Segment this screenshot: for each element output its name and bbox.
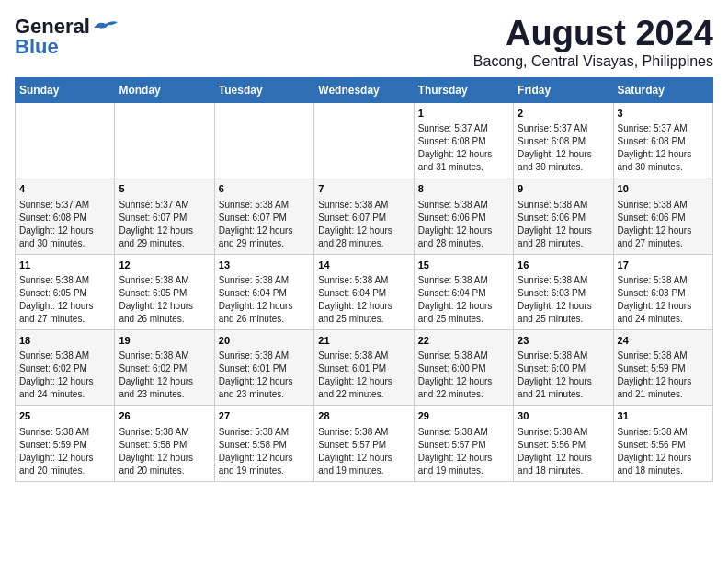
calendar-table: SundayMondayTuesdayWednesdayThursdayFrid… <box>15 77 713 482</box>
calendar-cell: 8Sunrise: 5:38 AM Sunset: 6:06 PM Daylig… <box>414 178 513 254</box>
calendar-cell <box>214 102 313 178</box>
day-number: 20 <box>219 334 310 348</box>
calendar-week-2: 4Sunrise: 5:37 AM Sunset: 6:08 PM Daylig… <box>16 178 713 254</box>
day-content: Sunrise: 5:38 AM Sunset: 6:01 PM Dayligh… <box>318 350 409 401</box>
calendar-cell: 4Sunrise: 5:37 AM Sunset: 6:08 PM Daylig… <box>16 178 115 254</box>
header-day-saturday: Saturday <box>613 77 712 102</box>
header-day-sunday: Sunday <box>16 77 115 102</box>
calendar-week-3: 11Sunrise: 5:38 AM Sunset: 6:05 PM Dayli… <box>16 254 713 329</box>
day-number: 30 <box>518 409 609 423</box>
day-content: Sunrise: 5:38 AM Sunset: 6:04 PM Dayligh… <box>418 274 509 326</box>
calendar-cell: 29Sunrise: 5:38 AM Sunset: 5:57 PM Dayli… <box>414 406 513 481</box>
header-day-wednesday: Wednesday <box>314 77 414 102</box>
day-content: Sunrise: 5:38 AM Sunset: 5:56 PM Dayligh… <box>518 426 609 477</box>
day-number: 8 <box>418 182 509 196</box>
logo-bird-icon <box>92 18 119 37</box>
calendar-cell: 23Sunrise: 5:38 AM Sunset: 6:00 PM Dayli… <box>514 329 613 405</box>
day-content: Sunrise: 5:38 AM Sunset: 6:07 PM Dayligh… <box>318 199 409 250</box>
calendar-cell <box>314 102 414 178</box>
day-content: Sunrise: 5:38 AM Sunset: 6:04 PM Dayligh… <box>318 274 409 326</box>
calendar-cell <box>16 102 115 178</box>
day-content: Sunrise: 5:38 AM Sunset: 6:03 PM Dayligh… <box>618 274 709 326</box>
calendar-cell: 11Sunrise: 5:38 AM Sunset: 6:05 PM Dayli… <box>16 254 115 329</box>
day-content: Sunrise: 5:38 AM Sunset: 6:06 PM Dayligh… <box>618 199 709 250</box>
day-number: 28 <box>318 409 409 423</box>
day-content: Sunrise: 5:37 AM Sunset: 6:08 PM Dayligh… <box>518 122 609 174</box>
calendar-cell: 3Sunrise: 5:37 AM Sunset: 6:08 PM Daylig… <box>613 102 712 178</box>
calendar-cell: 30Sunrise: 5:38 AM Sunset: 5:56 PM Dayli… <box>514 406 613 481</box>
day-content: Sunrise: 5:38 AM Sunset: 5:57 PM Dayligh… <box>418 426 509 477</box>
calendar-cell: 13Sunrise: 5:38 AM Sunset: 6:04 PM Dayli… <box>214 254 313 329</box>
day-content: Sunrise: 5:38 AM Sunset: 5:56 PM Dayligh… <box>618 426 709 477</box>
day-number: 13 <box>219 259 310 272</box>
calendar-cell: 27Sunrise: 5:38 AM Sunset: 5:58 PM Dayli… <box>214 406 313 481</box>
calendar-cell: 1Sunrise: 5:37 AM Sunset: 6:08 PM Daylig… <box>414 102 513 178</box>
calendar-cell: 28Sunrise: 5:38 AM Sunset: 5:57 PM Dayli… <box>314 406 414 481</box>
logo: General Blue <box>15 15 119 59</box>
day-content: Sunrise: 5:38 AM Sunset: 6:00 PM Dayligh… <box>518 350 609 401</box>
calendar-cell: 14Sunrise: 5:38 AM Sunset: 6:04 PM Dayli… <box>314 254 414 329</box>
day-content: Sunrise: 5:38 AM Sunset: 6:04 PM Dayligh… <box>219 274 310 326</box>
day-content: Sunrise: 5:38 AM Sunset: 6:02 PM Dayligh… <box>19 350 110 401</box>
calendar-cell <box>115 102 214 178</box>
calendar-cell: 6Sunrise: 5:38 AM Sunset: 6:07 PM Daylig… <box>214 178 313 254</box>
day-number: 22 <box>418 334 509 348</box>
day-number: 6 <box>219 182 310 196</box>
day-content: Sunrise: 5:38 AM Sunset: 5:58 PM Dayligh… <box>219 426 310 477</box>
header-row: SundayMondayTuesdayWednesdayThursdayFrid… <box>16 77 713 102</box>
day-content: Sunrise: 5:38 AM Sunset: 6:06 PM Dayligh… <box>418 199 509 250</box>
day-number: 9 <box>518 182 609 196</box>
calendar-body: 1Sunrise: 5:37 AM Sunset: 6:08 PM Daylig… <box>16 102 713 481</box>
day-number: 23 <box>518 334 609 348</box>
calendar-cell: 5Sunrise: 5:37 AM Sunset: 6:07 PM Daylig… <box>115 178 214 254</box>
calendar-cell: 17Sunrise: 5:38 AM Sunset: 6:03 PM Dayli… <box>613 254 712 329</box>
day-content: Sunrise: 5:38 AM Sunset: 5:57 PM Dayligh… <box>318 426 409 477</box>
calendar-cell: 12Sunrise: 5:38 AM Sunset: 6:05 PM Dayli… <box>115 254 214 329</box>
day-number: 24 <box>618 334 709 348</box>
day-number: 17 <box>618 259 709 272</box>
day-content: Sunrise: 5:37 AM Sunset: 6:08 PM Dayligh… <box>418 122 509 174</box>
day-number: 5 <box>119 182 210 196</box>
day-content: Sunrise: 5:38 AM Sunset: 6:01 PM Dayligh… <box>219 350 310 401</box>
page-title: August 2024 <box>473 15 713 53</box>
calendar-week-5: 25Sunrise: 5:38 AM Sunset: 5:59 PM Dayli… <box>16 406 713 481</box>
day-content: Sunrise: 5:38 AM Sunset: 6:02 PM Dayligh… <box>119 350 210 401</box>
day-content: Sunrise: 5:38 AM Sunset: 6:03 PM Dayligh… <box>518 274 609 326</box>
day-number: 29 <box>418 409 509 423</box>
calendar-cell: 18Sunrise: 5:38 AM Sunset: 6:02 PM Dayli… <box>16 329 115 405</box>
day-number: 21 <box>318 334 409 348</box>
day-number: 14 <box>318 259 409 272</box>
day-number: 7 <box>318 182 409 196</box>
calendar-cell: 7Sunrise: 5:38 AM Sunset: 6:07 PM Daylig… <box>314 178 414 254</box>
calendar-cell: 24Sunrise: 5:38 AM Sunset: 5:59 PM Dayli… <box>613 329 712 405</box>
day-number: 11 <box>19 259 110 272</box>
calendar-cell: 19Sunrise: 5:38 AM Sunset: 6:02 PM Dayli… <box>115 329 214 405</box>
day-number: 10 <box>618 182 709 196</box>
day-content: Sunrise: 5:37 AM Sunset: 6:08 PM Dayligh… <box>618 122 709 174</box>
calendar-week-1: 1Sunrise: 5:37 AM Sunset: 6:08 PM Daylig… <box>16 102 713 178</box>
day-number: 26 <box>119 409 210 423</box>
calendar-week-4: 18Sunrise: 5:38 AM Sunset: 6:02 PM Dayli… <box>16 329 713 405</box>
day-number: 12 <box>119 259 210 272</box>
page-header: General Blue August 2024 Bacong, Central… <box>15 15 713 70</box>
day-number: 27 <box>219 409 310 423</box>
calendar-cell: 2Sunrise: 5:37 AM Sunset: 6:08 PM Daylig… <box>514 102 613 178</box>
header-day-tuesday: Tuesday <box>214 77 313 102</box>
day-number: 1 <box>418 107 509 121</box>
day-content: Sunrise: 5:38 AM Sunset: 5:59 PM Dayligh… <box>19 426 110 477</box>
day-content: Sunrise: 5:37 AM Sunset: 6:08 PM Dayligh… <box>19 199 110 250</box>
calendar-cell: 25Sunrise: 5:38 AM Sunset: 5:59 PM Dayli… <box>16 406 115 481</box>
calendar-cell: 9Sunrise: 5:38 AM Sunset: 6:06 PM Daylig… <box>514 178 613 254</box>
day-content: Sunrise: 5:38 AM Sunset: 6:00 PM Dayligh… <box>418 350 509 401</box>
header-day-thursday: Thursday <box>414 77 513 102</box>
calendar-cell: 20Sunrise: 5:38 AM Sunset: 6:01 PM Dayli… <box>214 329 313 405</box>
calendar-cell: 22Sunrise: 5:38 AM Sunset: 6:00 PM Dayli… <box>414 329 513 405</box>
day-number: 19 <box>119 334 210 348</box>
calendar-cell: 10Sunrise: 5:38 AM Sunset: 6:06 PM Dayli… <box>613 178 712 254</box>
day-content: Sunrise: 5:38 AM Sunset: 6:05 PM Dayligh… <box>119 274 210 326</box>
day-number: 3 <box>618 107 709 121</box>
calendar-cell: 26Sunrise: 5:38 AM Sunset: 5:58 PM Dayli… <box>115 406 214 481</box>
calendar-cell: 21Sunrise: 5:38 AM Sunset: 6:01 PM Dayli… <box>314 329 414 405</box>
calendar-cell: 16Sunrise: 5:38 AM Sunset: 6:03 PM Dayli… <box>514 254 613 329</box>
day-number: 15 <box>418 259 509 272</box>
